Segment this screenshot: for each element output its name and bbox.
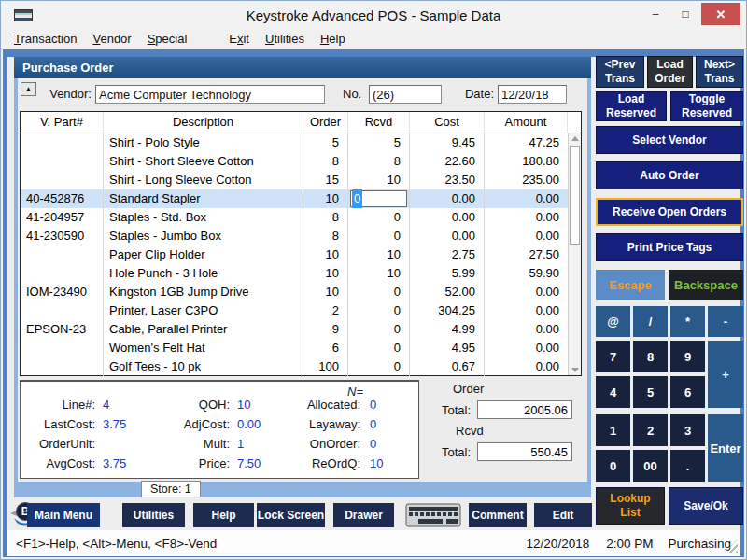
qoh-value: 10 [230, 398, 289, 412]
header-description: Description [104, 112, 303, 133]
edit-button[interactable]: Edit [534, 503, 592, 527]
lastcost-label: LastCost: [21, 417, 95, 431]
print-price-tags-button[interactable]: Print Price Tags [596, 233, 743, 261]
key-star[interactable]: * [670, 306, 705, 337]
key-at[interactable]: @ [596, 306, 630, 337]
load-order-button[interactable]: Load Order [647, 56, 693, 88]
price-value: 7.50 [230, 456, 289, 470]
menu-exit[interactable]: Exit [229, 32, 249, 46]
next-trans-button[interactable]: Next> Trans [696, 56, 743, 88]
mult-value: 1 [230, 437, 289, 451]
triangle-up-icon: ▲ [25, 85, 33, 93]
receive-open-orders-button[interactable]: Receive Open Orders [596, 198, 743, 226]
table-row[interactable]: Women's Felt Hat604.950.00 [21, 339, 581, 357]
status-bar: <F1>-Help, <Alt>-Menu, <F8>-Vend 12/20/2… [7, 530, 740, 556]
help-button[interactable]: Help [193, 503, 254, 527]
backspace-button[interactable]: Backspace [669, 270, 743, 300]
table-row[interactable]: Hole Punch - 3 Hole10105.9959.90 [21, 264, 581, 283]
key-9[interactable]: 9 [670, 341, 705, 372]
lock-screen-button[interactable]: Lock Screen [257, 503, 325, 527]
selected-text: 0 [352, 189, 362, 208]
item-info-panel: N= Line#:4 QOH:10 Allocated:0 LastCost:3… [20, 380, 419, 479]
auto-order-button[interactable]: Auto Order [596, 161, 743, 189]
key-dot[interactable]: . [670, 450, 705, 482]
key-6[interactable]: 6 [670, 376, 705, 408]
table-row[interactable]: IOM-23490Kingston 1GB Jump Drive10052.00… [21, 283, 581, 301]
comment-button[interactable]: Comment [469, 503, 527, 527]
prev-trans-button[interactable]: <Prev Trans [596, 56, 644, 88]
header-order: Order [303, 112, 348, 133]
toggle-reserved-button[interactable]: Toggle Reserved [670, 91, 743, 121]
order-total-input[interactable] [477, 400, 572, 419]
line-number-value: 4 [95, 398, 148, 412]
rcvd-caption: Rcvd [456, 424, 484, 438]
date-input[interactable] [498, 85, 567, 104]
rcvd-total-input[interactable] [477, 442, 572, 461]
avgcost-value: 3.75 [95, 456, 148, 470]
menu-help[interactable]: Help [320, 32, 345, 46]
po-number-input[interactable] [369, 85, 442, 104]
escape-button[interactable]: Escape [596, 270, 665, 300]
drawer-button[interactable]: Drawer [333, 503, 394, 527]
header-amount: Amount [485, 112, 568, 133]
scrollbar-thumb[interactable] [570, 146, 580, 245]
key-7[interactable]: 7 [596, 341, 630, 372]
store-tab[interactable]: Store: 1 [141, 481, 201, 497]
select-vendor-button[interactable]: Select Vendor [596, 126, 743, 154]
vendor-label: Vendor: [38, 85, 92, 104]
key-3[interactable]: 3 [670, 414, 705, 446]
main-menu-button[interactable]: Main Menu [27, 503, 100, 527]
rcvd-edit-input[interactable]: 0 [350, 190, 407, 207]
table-row[interactable]: Shirt - Polo Style559.4547.25 [21, 133, 581, 152]
header-rcvd: Rcvd [348, 112, 410, 133]
vendor-input[interactable] [95, 85, 325, 104]
table-row-selected[interactable]: 40-452876 Standard Stapler 10 0 0.00 0.0… [21, 189, 581, 208]
table-row[interactable]: Golf Tees - 10 pk10000.670.00 [21, 357, 581, 376]
panel-title: Purchase Order [14, 57, 591, 78]
key-1[interactable]: 1 [596, 414, 630, 446]
key-enter[interactable]: Enter [708, 414, 743, 482]
close-button[interactable]: ✕ [701, 3, 740, 25]
load-reserved-button[interactable]: Load Reserved [596, 91, 667, 121]
table-scrollbar[interactable] [568, 133, 581, 375]
key-5[interactable]: 5 [633, 376, 668, 408]
collapse-button[interactable]: ▲ [21, 82, 36, 96]
app-window: Keystroke Advanced POS - Sample Data – □… [0, 0, 747, 560]
n-equals-label: N= [347, 385, 363, 399]
scroll-up-icon[interactable] [571, 136, 579, 141]
date-label: Date: [460, 85, 494, 104]
keyboard-icon [405, 503, 461, 527]
menu-utilities[interactable]: Utilities [265, 32, 304, 46]
menu-transaction[interactable]: Transaction [14, 32, 77, 46]
key-4[interactable]: 4 [596, 376, 630, 408]
title-bar: Keystroke Advanced POS - Sample Data – □… [1, 1, 746, 29]
scroll-down-icon[interactable] [571, 368, 579, 372]
key-0[interactable]: 0 [596, 450, 630, 482]
key-8[interactable]: 8 [633, 341, 668, 372]
save-ok-button[interactable]: Save/Ok [669, 487, 743, 525]
table-row[interactable]: EPSON-23Cable, Parallel Printer904.990.0… [21, 320, 581, 339]
key-2[interactable]: 2 [633, 414, 668, 446]
table-row[interactable]: Shirt - Long Sleeve Cotton151023.50235.0… [21, 171, 581, 189]
utilities-button[interactable]: Utilities [122, 503, 185, 527]
table-row[interactable]: Shirt - Short Sleeve Cotton8822.60180.80 [21, 152, 581, 171]
menu-vendor[interactable]: Vendor [92, 32, 131, 46]
price-label: Price: [148, 456, 230, 470]
maximize-button[interactable]: □ [671, 3, 699, 25]
adjcost-value: 0.00 [230, 417, 289, 431]
minimize-button[interactable]: – [641, 3, 669, 25]
keyboard-button[interactable] [402, 502, 465, 528]
table-row[interactable]: 41-204957Staples - Std. Box800.000.00 [21, 208, 581, 227]
table-row[interactable]: 41-230590Staples - Jumbo Box800.000.00 [21, 227, 581, 245]
lookup-list-button[interactable]: Lookup List [596, 487, 665, 525]
key-slash[interactable]: / [633, 306, 668, 337]
menu-special[interactable]: Special [148, 32, 188, 46]
key-plus[interactable]: + [708, 341, 743, 408]
table-row[interactable]: Paper Clip Holder10102.7527.50 [21, 245, 581, 264]
table-row[interactable]: Printer, Laser C3PO20304.250.00 [21, 301, 581, 320]
key-00[interactable]: 00 [633, 450, 668, 482]
no-label: No. [343, 85, 361, 104]
allocated-value: 0 [360, 398, 376, 412]
table-header: V. Part# Description Order Rcvd Cost Amo… [21, 112, 581, 133]
key-minus[interactable]: - [708, 306, 743, 337]
